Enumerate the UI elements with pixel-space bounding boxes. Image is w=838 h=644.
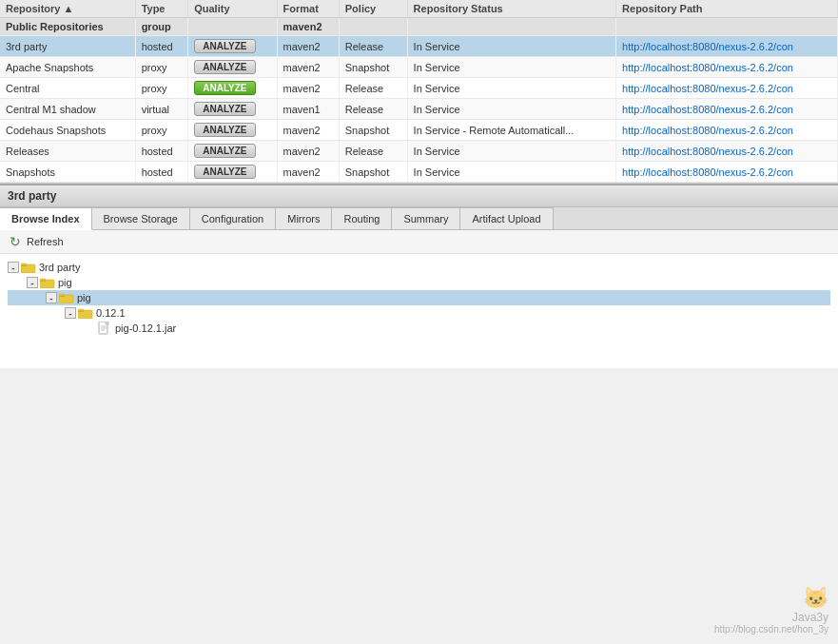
repo-status-cell: In Service (407, 162, 615, 183)
repo-format-cell: maven2 (277, 120, 339, 141)
tree-node-label: 3rd party (39, 262, 80, 273)
col-policy: Policy (339, 0, 407, 18)
repo-name-cell: Codehaus Snapshots (0, 120, 135, 141)
col-repository: Repository ▲ (0, 0, 135, 18)
repo-name-cell: Public Repositories (0, 18, 135, 36)
repo-policy-cell: Snapshot (339, 120, 407, 141)
svg-rect-8 (59, 294, 65, 296)
repo-policy-cell: Release (339, 99, 407, 120)
analyze-button[interactable]: ANALYZE (194, 165, 255, 179)
tree-view: - 3rd party- pig- pig- 0.12.1 pig-0.12.1… (0, 254, 838, 368)
repo-path-cell[interactable]: http://localhost:8080/nexus-2.6.2/con (616, 57, 838, 78)
repo-policy-cell: Snapshot (339, 57, 407, 78)
repo-policy-cell: Release (339, 78, 407, 99)
repo-path-link[interactable]: http://localhost:8080/nexus-2.6.2/con (622, 41, 793, 52)
svg-rect-2 (21, 263, 27, 265)
repo-quality-cell[interactable]: ANALYZE (188, 99, 277, 120)
col-quality: Quality (188, 0, 277, 18)
repo-path-cell[interactable]: http://localhost:8080/nexus-2.6.2/con (616, 141, 838, 162)
repo-type-cell: hosted (135, 162, 188, 183)
repo-type-cell: proxy (135, 120, 188, 141)
tree-toggle[interactable]: - (8, 262, 19, 273)
repo-path-cell[interactable]: http://localhost:8080/nexus-2.6.2/con (616, 36, 838, 57)
tab-artifact-upload[interactable]: Artifact Upload (460, 207, 553, 229)
repo-quality-cell[interactable] (188, 18, 277, 36)
tree-node[interactable]: pig-0.12.1.jar (8, 321, 830, 336)
repo-path-cell[interactable]: http://localhost:8080/nexus-2.6.2/con (616, 78, 838, 99)
tab-browse-storage[interactable]: Browse Storage (92, 207, 190, 229)
repo-path-link[interactable]: http://localhost:8080/nexus-2.6.2/con (622, 125, 793, 136)
repo-name-cell: Snapshots (0, 162, 135, 183)
repo-quality-cell[interactable]: ANALYZE (188, 57, 277, 78)
tree-node-label: pig-0.12.1.jar (115, 322, 176, 334)
table-row[interactable]: Codehaus SnapshotsproxyANALYZEmaven2Snap… (0, 120, 838, 141)
tab-configuration[interactable]: Configuration (190, 207, 276, 229)
table-row[interactable]: CentralproxyANALYZEmaven2ReleaseIn Servi… (0, 78, 838, 99)
repo-path-cell[interactable]: http://localhost:8080/nexus-2.6.2/con (616, 162, 838, 183)
repo-format-cell: maven2 (277, 162, 339, 183)
tree-node[interactable]: - 3rd party (8, 260, 830, 275)
analyze-button[interactable]: ANALYZE (194, 102, 255, 116)
tree-toggle[interactable]: - (27, 277, 38, 288)
repo-path-link[interactable]: http://localhost:8080/nexus-2.6.2/con (622, 62, 793, 73)
tab-summary[interactable]: Summary (392, 207, 460, 229)
repo-status-cell: In Service (407, 141, 615, 162)
table-row[interactable]: ReleaseshostedANALYZEmaven2ReleaseIn Ser… (0, 141, 838, 162)
analyze-button[interactable]: ANALYZE (194, 81, 255, 95)
repo-name-cell: Releases (0, 141, 135, 162)
col-path: Repository Path (616, 0, 838, 18)
tree-node[interactable]: - pig (8, 275, 830, 290)
table-row[interactable]: Central M1 shadowvirtualANALYZEmaven1Rel… (0, 99, 838, 120)
repo-quality-cell[interactable]: ANALYZE (188, 162, 277, 183)
analyze-button[interactable]: ANALYZE (194, 60, 255, 74)
refresh-button[interactable]: ↻ Refresh (8, 234, 64, 249)
analyze-button[interactable]: ANALYZE (194, 144, 255, 158)
repo-path-cell[interactable]: http://localhost:8080/nexus-2.6.2/con (616, 99, 838, 120)
folder-icon (78, 307, 93, 319)
folder-icon (21, 262, 36, 273)
table-row[interactable]: 3rd partyhostedANALYZEmaven2ReleaseIn Se… (0, 36, 838, 57)
bottom-panel: 3rd party Browse IndexBrowse StorageConf… (0, 184, 838, 368)
refresh-label: Refresh (27, 236, 64, 247)
table-row[interactable]: Public Repositoriesgroupmaven2 (0, 18, 838, 36)
repo-quality-cell[interactable]: ANALYZE (188, 78, 277, 99)
repo-status-cell: In Service (407, 99, 615, 120)
repo-status-cell: In Service (407, 57, 615, 78)
repo-format-cell: maven2 (277, 141, 339, 162)
repo-status-cell: In Service (407, 36, 615, 57)
tab-routing[interactable]: Routing (332, 207, 392, 229)
repo-type-cell: proxy (135, 57, 188, 78)
tree-toggle[interactable]: - (46, 292, 57, 303)
tree-node[interactable]: - pig (8, 290, 830, 305)
repo-path-cell[interactable]: http://localhost:8080/nexus-2.6.2/con (616, 120, 838, 141)
repo-name-cell: Central M1 shadow (0, 99, 135, 120)
tree-node[interactable]: - 0.12.1 (8, 305, 830, 321)
refresh-icon: ↻ (8, 234, 23, 249)
repo-quality-cell[interactable]: ANALYZE (188, 36, 277, 57)
repo-path-link[interactable]: http://localhost:8080/nexus-2.6.2/con (622, 83, 793, 94)
repo-status-cell: In Service (407, 78, 615, 99)
repo-format-cell: maven2 (277, 57, 339, 78)
analyze-button[interactable]: ANALYZE (194, 39, 255, 53)
col-format: Format (277, 0, 339, 18)
repo-path-link[interactable]: http://localhost:8080/nexus-2.6.2/con (622, 166, 793, 178)
tab-browse-index[interactable]: Browse Index (0, 207, 92, 230)
repo-name-cell: 3rd party (0, 36, 135, 57)
table-row[interactable]: Apache SnapshotsproxyANALYZEmaven2Snapsh… (0, 57, 838, 78)
repo-path-cell[interactable] (616, 18, 838, 36)
repo-status-cell: In Service - Remote Automaticall... (407, 120, 615, 141)
repo-path-link[interactable]: http://localhost:8080/nexus-2.6.2/con (622, 146, 793, 157)
file-icon (97, 322, 112, 334)
folder-icon (59, 292, 74, 303)
tree-toggle[interactable]: - (65, 307, 76, 319)
folder-icon (40, 277, 55, 288)
table-row[interactable]: SnapshotshostedANALYZEmaven2SnapshotIn S… (0, 162, 838, 183)
repo-format-cell: maven1 (277, 99, 339, 120)
analyze-button[interactable]: ANALYZE (194, 123, 255, 137)
repo-path-link[interactable]: http://localhost:8080/nexus-2.6.2/con (622, 104, 793, 115)
repo-quality-cell[interactable]: ANALYZE (188, 141, 277, 162)
repo-quality-cell[interactable]: ANALYZE (188, 120, 277, 141)
repo-format-cell: maven2 (277, 36, 339, 57)
tab-mirrors[interactable]: Mirrors (276, 207, 332, 229)
repo-name-cell: Central (0, 78, 135, 99)
